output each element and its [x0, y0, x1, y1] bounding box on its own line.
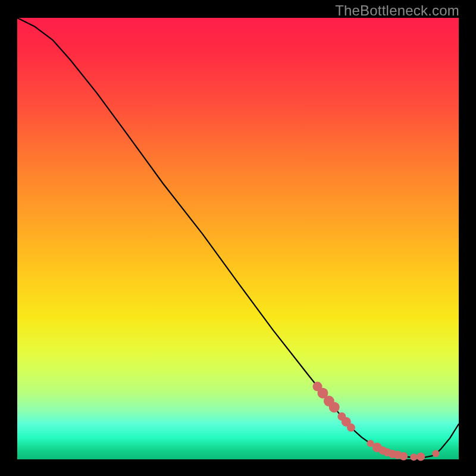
marker-dot: [329, 402, 340, 412]
watermark-text: TheBottleneck.com: [335, 2, 459, 19]
marker-dot: [416, 453, 425, 461]
marker-dot: [432, 450, 439, 457]
main-curve: [17, 18, 459, 458]
chart-svg: [17, 18, 459, 459]
marker-dots: [313, 382, 440, 461]
chart-stage: TheBottleneck.com: [0, 0, 476, 476]
marker-dot: [347, 424, 355, 432]
marker-dot: [399, 452, 408, 461]
plot-area: [17, 18, 459, 459]
marker-dot: [410, 453, 417, 461]
